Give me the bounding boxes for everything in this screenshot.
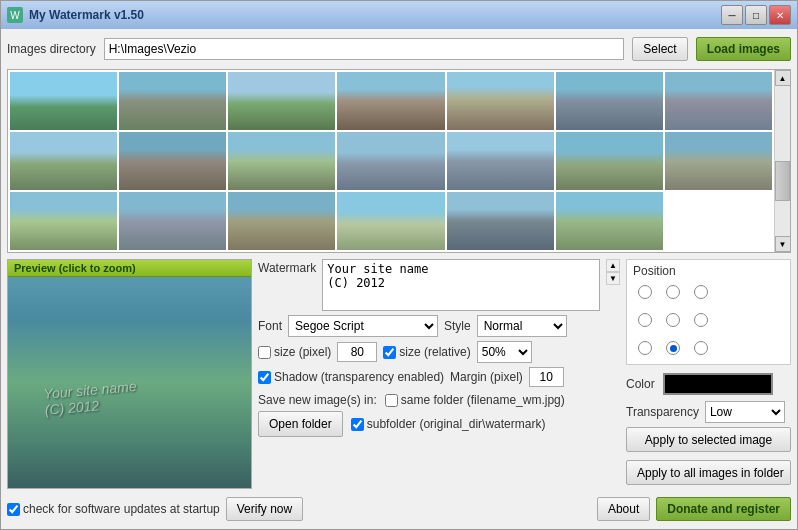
image-grid-container: ▲ ▼ xyxy=(7,69,791,253)
about-button[interactable]: About xyxy=(597,497,650,521)
scroll-track[interactable] xyxy=(775,86,790,236)
image-thumb-8[interactable] xyxy=(10,132,117,190)
image-thumb-9[interactable] xyxy=(119,132,226,190)
shadow-row: Shadow (transparency enabled) Margin (pi… xyxy=(258,367,620,387)
image-thumb-12[interactable] xyxy=(447,132,554,190)
close-button[interactable]: ✕ xyxy=(769,5,791,25)
color-swatch[interactable] xyxy=(663,373,773,395)
position-radio-5[interactable] xyxy=(694,313,708,327)
same-folder-checkbox-label[interactable]: same folder (filename_wm.jpg) xyxy=(385,393,565,407)
dir-input[interactable] xyxy=(104,38,625,60)
image-thumb-6[interactable] xyxy=(556,72,663,130)
check-updates-label[interactable]: check for software updates at startup xyxy=(7,502,220,516)
size-pixel-input[interactable] xyxy=(337,342,377,362)
font-select[interactable]: Segoe Script xyxy=(288,315,438,337)
bottom-area: Preview (click to zoom) Your site name (… xyxy=(7,259,791,489)
position-radio-2[interactable] xyxy=(694,285,708,299)
image-thumb-13[interactable] xyxy=(556,132,663,190)
size-relative-checkbox[interactable] xyxy=(383,346,396,359)
size-pixel-checkbox-label[interactable]: size (pixel) xyxy=(258,345,331,359)
same-folder-checkbox[interactable] xyxy=(385,394,398,407)
scrollbar[interactable]: ▲ ▼ xyxy=(774,70,790,252)
window-controls: ─ □ ✕ xyxy=(721,5,791,25)
donate-button[interactable]: Donate and register xyxy=(656,497,791,521)
save-label: Save new image(s) in: xyxy=(258,393,377,407)
minimize-button[interactable]: ─ xyxy=(721,5,743,25)
margin-input[interactable] xyxy=(529,367,564,387)
style-select[interactable]: Normal Bold Italic xyxy=(477,315,567,337)
image-thumb-3[interactable] xyxy=(228,72,335,130)
scroll-up-arrow[interactable]: ▲ xyxy=(775,70,791,86)
load-images-button[interactable]: Load images xyxy=(696,37,791,61)
image-thumb-1[interactable] xyxy=(10,72,117,130)
footer-bar: check for software updates at startup Ve… xyxy=(7,495,791,523)
size-relative-select[interactable]: 50% 25% 75% xyxy=(477,341,532,363)
preview-image[interactable]: Your site name (C) 2012 xyxy=(8,277,251,488)
image-thumb-20[interactable] xyxy=(556,192,663,250)
apply-all-button[interactable]: Apply to all images in folder xyxy=(626,460,791,485)
image-thumb-2[interactable] xyxy=(119,72,226,130)
subfolder-checkbox-label[interactable]: subfolder (original_dir\watermark) xyxy=(351,417,546,431)
scroll-down-arrow[interactable]: ▼ xyxy=(775,236,791,252)
image-thumb-11[interactable] xyxy=(337,132,444,190)
title-bar: W My Watermark v1.50 ─ □ ✕ xyxy=(1,1,797,29)
top-bar: Images directory Select Load images xyxy=(7,35,791,63)
window-title: My Watermark v1.50 xyxy=(29,8,721,22)
color-row: Color xyxy=(626,373,791,395)
wm-scroll-down[interactable]: ▼ xyxy=(607,272,619,284)
transparency-label: Transparency xyxy=(626,405,699,419)
maximize-button[interactable]: □ xyxy=(745,5,767,25)
shadow-checkbox[interactable] xyxy=(258,371,271,384)
subfolder-checkbox[interactable] xyxy=(351,418,364,431)
image-thumb-18[interactable] xyxy=(337,192,444,250)
position-radio-1[interactable] xyxy=(666,285,680,299)
main-window: W My Watermark v1.50 ─ □ ✕ Images direct… xyxy=(0,0,798,530)
dir-label: Images directory xyxy=(7,42,96,56)
image-thumb-19[interactable] xyxy=(447,192,554,250)
image-thumb-14[interactable] xyxy=(665,132,772,190)
font-label: Font xyxy=(258,319,282,333)
apply-selected-button[interactable]: Apply to selected image xyxy=(626,427,791,452)
watermark-row: Watermark Your site name (C) 2012 ▲ ▼ xyxy=(258,259,620,311)
open-folder-button[interactable]: Open folder xyxy=(258,411,343,437)
app-icon: W xyxy=(7,7,23,23)
content-area: Images directory Select Load images ▲ ▼ … xyxy=(1,29,797,529)
position-radio-6[interactable] xyxy=(638,341,652,355)
size-pixel-checkbox[interactable] xyxy=(258,346,271,359)
image-thumb-7[interactable] xyxy=(665,72,772,130)
position-radio-8[interactable] xyxy=(694,341,708,355)
style-label: Style xyxy=(444,319,471,333)
footer-left: check for software updates at startup Ve… xyxy=(7,497,591,521)
position-label: Position xyxy=(633,264,784,278)
preview-panel[interactable]: Preview (click to zoom) Your site name (… xyxy=(7,259,252,489)
position-radio-4[interactable] xyxy=(666,313,680,327)
watermark-scrollbar[interactable]: ▲ ▼ xyxy=(606,259,620,285)
right-panel: Position Color Transparency None Low Med… xyxy=(626,259,791,489)
margin-label: Margin (pixel) xyxy=(450,370,523,384)
position-grid xyxy=(633,280,784,360)
watermark-textarea[interactable]: Your site name (C) 2012 xyxy=(322,259,600,311)
size-relative-checkbox-label[interactable]: size (relative) xyxy=(383,345,470,359)
position-radio-3[interactable] xyxy=(638,313,652,327)
position-radio-7[interactable] xyxy=(666,341,680,355)
preview-watermark: Your site name (C) 2012 xyxy=(43,378,139,418)
verify-now-button[interactable]: Verify now xyxy=(226,497,303,521)
image-thumb-5[interactable] xyxy=(447,72,554,130)
image-grid xyxy=(8,70,774,252)
image-thumb-15[interactable] xyxy=(10,192,117,250)
color-label: Color xyxy=(626,377,655,391)
image-thumb-10[interactable] xyxy=(228,132,335,190)
position-radio-0[interactable] xyxy=(638,285,652,299)
check-updates-checkbox[interactable] xyxy=(7,503,20,516)
scroll-thumb[interactable] xyxy=(775,161,790,201)
footer-right: About Donate and register xyxy=(597,497,791,521)
transparency-row: Transparency None Low Medium High xyxy=(626,401,791,423)
select-button[interactable]: Select xyxy=(632,37,687,61)
image-thumb-4[interactable] xyxy=(337,72,444,130)
transparency-select[interactable]: None Low Medium High xyxy=(705,401,785,423)
preview-label: Preview (click to zoom) xyxy=(8,260,251,277)
image-thumb-17[interactable] xyxy=(228,192,335,250)
shadow-checkbox-label[interactable]: Shadow (transparency enabled) xyxy=(258,370,444,384)
wm-scroll-up[interactable]: ▲ xyxy=(607,260,619,272)
image-thumb-16[interactable] xyxy=(119,192,226,250)
